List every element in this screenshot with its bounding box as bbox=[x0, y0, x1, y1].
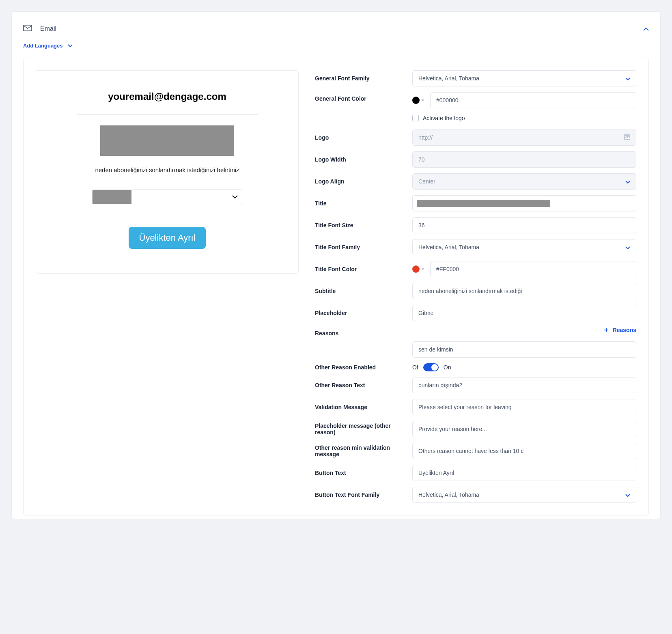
logo-url-input[interactable]: http:// bbox=[412, 129, 636, 146]
label-other-min-validation: Other reason min validation message bbox=[315, 444, 404, 457]
preview-reason-select[interactable] bbox=[92, 190, 242, 204]
subtitle-input[interactable]: neden aboneliğinizi sonlandırmak istediğ… bbox=[412, 283, 636, 299]
logo-url-placeholder: http:// bbox=[418, 134, 433, 141]
chevron-down-icon bbox=[625, 492, 630, 498]
validation-message-input[interactable]: Please select your reason for leaving bbox=[412, 399, 636, 415]
add-languages-label: Add Languages bbox=[23, 43, 63, 49]
preview-unsubscribe-button[interactable]: Üyelikten Ayrıl bbox=[129, 227, 206, 249]
label-logo-width: Logo Width bbox=[315, 156, 404, 163]
label-validation-message: Validation Message bbox=[315, 404, 404, 410]
svg-rect-0 bbox=[24, 25, 32, 31]
chevron-down-icon bbox=[625, 244, 630, 250]
preview-panel: youremail@dengage.com neden aboneliğiniz… bbox=[36, 70, 299, 274]
color-swatch-icon bbox=[412, 97, 420, 104]
reason-input-1[interactable]: sen de kimsin bbox=[412, 341, 636, 358]
add-reason-label: Reasons bbox=[613, 327, 636, 333]
activate-logo-label: Activate the logo bbox=[423, 115, 465, 121]
label-other-reason-enabled: Other Reason Enabled bbox=[315, 364, 404, 371]
general-font-family-value: Helvetica, Arial, Tohama bbox=[418, 75, 479, 82]
general-font-family-select[interactable]: Helvetica, Arial, Tohama bbox=[412, 70, 636, 86]
subtitle-value: neden aboneliğinizi sonlandırmak istediğ… bbox=[418, 288, 522, 294]
logo-align-value: Center bbox=[418, 178, 435, 185]
other-min-validation-value: Others reason cannot have less than 10 c bbox=[418, 448, 523, 454]
chevron-down-icon bbox=[625, 75, 630, 82]
label-title-font-family: Title Font Family bbox=[315, 244, 404, 250]
chevron-down-icon bbox=[625, 178, 630, 185]
mini-caret-icon: ▾ bbox=[422, 98, 424, 102]
other-reason-text-input[interactable]: bunların dışında2 bbox=[412, 377, 636, 393]
title-font-color-picker[interactable]: ▾ bbox=[412, 265, 426, 273]
other-min-validation-input[interactable]: Others reason cannot have less than 10 c bbox=[412, 443, 636, 459]
label-placeholder-other: Placeholder message (other reason) bbox=[315, 423, 404, 436]
placeholder-other-value: Provide your reason here... bbox=[418, 426, 487, 432]
collapse-icon[interactable] bbox=[643, 26, 649, 32]
preview-divider bbox=[77, 114, 258, 115]
other-reason-toggle[interactable] bbox=[423, 363, 439, 371]
preview-email: youremail@dengage.com bbox=[60, 91, 274, 102]
svg-point-2 bbox=[625, 136, 627, 137]
placeholder-value: Gitme bbox=[418, 310, 433, 316]
title-font-family-value: Helvetica, Arial, Tohama bbox=[418, 244, 479, 250]
preview-subtitle: neden aboneliğinizi sonlandırmak istediğ… bbox=[60, 166, 274, 173]
label-placeholder: Placeholder bbox=[315, 310, 404, 316]
logo-width-input[interactable]: 70 bbox=[412, 151, 636, 168]
general-font-color-picker[interactable]: ▾ bbox=[412, 97, 426, 104]
placeholder-other-input[interactable]: Provide your reason here... bbox=[412, 421, 636, 437]
preview-select-placeholder bbox=[93, 190, 131, 204]
reason-value-1: sen de kimsin bbox=[418, 346, 453, 353]
add-reason-button[interactable]: Reasons bbox=[412, 327, 636, 333]
label-button-text-font-family: Button Text Font Family bbox=[315, 492, 404, 498]
validation-message-value: Please select your reason for leaving bbox=[418, 404, 512, 410]
preview-title-placeholder bbox=[100, 125, 234, 156]
panel-title: Email bbox=[40, 25, 643, 32]
label-other-reason-text: Other Reason Text bbox=[315, 382, 404, 388]
other-reason-text-value: bunların dışında2 bbox=[418, 382, 462, 388]
label-general-font-family: General Font Family bbox=[315, 75, 404, 82]
toggle-off-label: Of bbox=[412, 364, 418, 371]
title-input[interactable] bbox=[412, 195, 636, 211]
button-text-value: Üyelikten Ayrıl bbox=[418, 470, 454, 476]
chevron-down-icon bbox=[232, 194, 238, 200]
button-text-font-family-value: Helvetica, Arial, Tohama bbox=[418, 492, 479, 498]
label-title-font-size: Title Font Size bbox=[315, 222, 404, 229]
label-title-font-color: Title Font Color bbox=[315, 266, 404, 272]
email-icon bbox=[23, 25, 32, 32]
label-reasons: Reasons bbox=[315, 327, 404, 336]
label-button-text: Button Text bbox=[315, 470, 404, 476]
button-text-font-family-select[interactable]: Helvetica, Arial, Tohama bbox=[412, 487, 636, 503]
chevron-down-icon bbox=[68, 44, 73, 47]
placeholder-input[interactable]: Gitme bbox=[412, 305, 636, 321]
title-font-size-input[interactable]: 36 bbox=[412, 217, 636, 233]
logo-width-placeholder: 70 bbox=[418, 156, 425, 163]
title-font-color-input[interactable]: #FF0000 bbox=[430, 261, 636, 277]
general-font-color-input[interactable]: #000000 bbox=[430, 92, 636, 108]
logo-align-select[interactable]: Center bbox=[412, 173, 636, 190]
title-input-redacted bbox=[417, 200, 550, 207]
label-title: Title bbox=[315, 200, 404, 207]
label-general-font-color: General Font Color bbox=[315, 92, 404, 102]
color-swatch-icon bbox=[412, 265, 420, 273]
label-logo-align: Logo Align bbox=[315, 178, 404, 185]
toggle-on-label: On bbox=[444, 364, 451, 371]
label-subtitle: Subtitle bbox=[315, 288, 404, 294]
activate-logo-checkbox[interactable] bbox=[412, 115, 419, 121]
title-font-color-value: #FF0000 bbox=[436, 266, 459, 272]
label-logo: Logo bbox=[315, 134, 404, 141]
email-panel: Email Add Languages youremail@dengage.co… bbox=[11, 11, 661, 519]
button-text-input[interactable]: Üyelikten Ayrıl bbox=[412, 465, 636, 481]
title-font-family-select[interactable]: Helvetica, Arial, Tohama bbox=[412, 239, 636, 255]
general-font-color-value: #000000 bbox=[436, 97, 459, 104]
add-languages-link[interactable]: Add Languages bbox=[23, 43, 73, 58]
mini-caret-icon: ▾ bbox=[422, 267, 424, 271]
plus-icon bbox=[604, 328, 609, 332]
image-icon bbox=[624, 134, 630, 141]
title-font-size-value: 36 bbox=[418, 222, 425, 229]
